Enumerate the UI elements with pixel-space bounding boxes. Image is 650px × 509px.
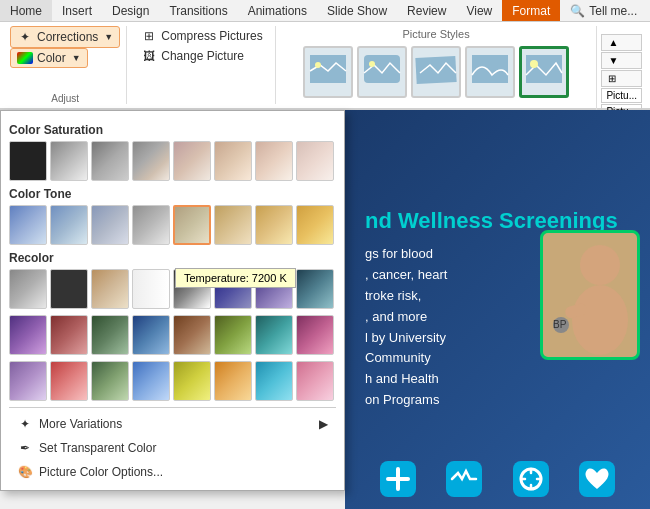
pic-style-1[interactable] [303,46,353,98]
saturation-swatch-6[interactable] [214,141,252,181]
tone-swatch-7[interactable] [255,205,293,245]
recolor-label: Recolor [9,251,336,265]
recolor-swatch-2-1[interactable] [9,315,47,355]
tab-review[interactable]: Review [397,0,456,21]
expand-button[interactable]: ⊞ [601,70,642,87]
tone-swatch-1[interactable] [9,205,47,245]
health-icon-3 [511,459,551,499]
pic-style-3[interactable] [411,46,461,98]
recolor-swatch-3-2[interactable] [50,361,88,401]
ribbon-tab-bar: Home Insert Design Transitions Animation… [0,0,650,22]
recolor-swatch-2-8[interactable] [296,315,334,355]
color-icon [17,52,33,64]
dropdown-divider [9,407,336,408]
recolor-swatch-3-7[interactable] [255,361,293,401]
change-picture-icon: 🖼 [141,48,157,64]
svg-point-9 [572,285,628,355]
svg-point-7 [530,60,538,68]
recolor-swatch-2-6[interactable] [214,315,252,355]
color-tone-label: Color Tone [9,187,336,201]
tab-home[interactable]: Home [0,0,52,21]
recolor-swatch-1-8[interactable] [296,269,334,309]
color-dropdown: Color Saturation Color Tone Recolor [0,110,345,491]
recolor-swatch-2-7[interactable] [255,315,293,355]
svg-point-1 [315,62,321,68]
recolor-swatch-3-4[interactable] [132,361,170,401]
ribbon-tools-group: ⊞ Compress Pictures 🖼 Change Picture [129,26,275,104]
recolor-swatch-3-1[interactable] [9,361,47,401]
tab-view[interactable]: View [456,0,502,21]
tab-tell-me[interactable]: 🔍 Tell me... [560,0,647,21]
recolor-swatch-3-5[interactable] [173,361,211,401]
tab-transitions[interactable]: Transitions [159,0,237,21]
tab-slideshow[interactable]: Slide Show [317,0,397,21]
corrections-button[interactable]: ✦ Corrections ▼ [10,26,120,48]
person-image: BP [540,230,640,360]
tone-swatch-8[interactable] [296,205,334,245]
slide-text-5: l by University [365,328,447,349]
recolor-swatch-2-4[interactable] [132,315,170,355]
scroll-up-button[interactable]: ▲ [601,34,642,51]
tone-swatches-row [9,205,336,245]
svg-rect-0 [310,55,346,83]
pic-style-5[interactable] [519,46,569,98]
slide-text-4: , and more [365,307,447,328]
recolor-swatch-1-1[interactable] [9,269,47,309]
saturation-swatch-4[interactable] [132,141,170,181]
recolor-swatch-2-2[interactable] [50,315,88,355]
slide-content: nd Wellness Screenings gs for blood , ca… [345,110,650,509]
color-saturation-label: Color Saturation [9,123,336,137]
tone-swatch-2[interactable] [50,205,88,245]
slide-text-2: , cancer, heart [365,265,447,286]
pic-style-4[interactable] [465,46,515,98]
saturation-swatch-8[interactable] [296,141,334,181]
slide-icons-row [345,459,650,499]
picture-styles-row [278,42,595,102]
transparent-icon: ✒ [17,440,33,456]
saturation-swatch-2[interactable] [50,141,88,181]
saturation-swatch-3[interactable] [91,141,129,181]
change-picture-button[interactable]: 🖼 Change Picture [135,46,250,66]
tone-swatch-6[interactable] [214,205,252,245]
recolor-swatch-1-2[interactable] [50,269,88,309]
tone-swatch-4[interactable] [132,205,170,245]
recolor-swatch-1-3[interactable] [91,269,129,309]
right-panel-pic1[interactable]: Pictu... [601,88,642,103]
recolor-swatch-3-6[interactable] [214,361,252,401]
saturation-swatch-7[interactable] [255,141,293,181]
compress-button[interactable]: ⊞ Compress Pictures [135,26,268,46]
recolor-swatch-3-3[interactable] [91,361,129,401]
set-transparent-item[interactable]: ✒ Set Transparent Color [9,436,336,460]
tab-insert[interactable]: Insert [52,0,102,21]
slide-body: gs for blood , cancer, heart troke risk,… [365,244,447,410]
saturation-swatch-5[interactable] [173,141,211,181]
saturation-swatch-1[interactable] [9,141,47,181]
tone-swatch-3[interactable] [91,205,129,245]
more-variations-item[interactable]: ✦ More Variations ▶ [9,412,336,436]
recolor-swatch-2-3[interactable] [91,315,129,355]
picture-color-options-item[interactable]: 🎨 Picture Color Options... [9,460,336,484]
slide-text-1: gs for blood [365,244,447,265]
tone-swatch-5[interactable] [173,205,211,245]
picture-styles-label: Picture Styles [278,26,595,42]
recolor-swatch-1-4[interactable] [132,269,170,309]
more-variations-icon: ✦ [17,416,33,432]
tab-format[interactable]: Format [502,0,560,21]
recolor-swatch-2-5[interactable] [173,315,211,355]
pic-style-2[interactable] [357,46,407,98]
tab-design[interactable]: Design [102,0,159,21]
scroll-down-button[interactable]: ▼ [601,52,642,69]
recolor-swatch-3-8[interactable] [296,361,334,401]
svg-point-8 [580,245,620,285]
picture-styles-area: Picture Styles [278,26,595,102]
tab-animations[interactable]: Animations [238,0,317,21]
svg-text:BP: BP [553,319,567,330]
svg-point-3 [369,61,375,67]
ribbon-adjust-group: ✦ Corrections ▼ Color ▼ Adjust [4,26,127,104]
slide-text-8: on Programs [365,390,447,411]
submenu-arrow: ▶ [319,417,328,431]
slide-text-6: Community [365,348,447,369]
adjust-group-title: Adjust [10,91,120,104]
color-button[interactable]: Color ▼ [10,48,88,68]
slide-text-3: troke risk, [365,286,447,307]
